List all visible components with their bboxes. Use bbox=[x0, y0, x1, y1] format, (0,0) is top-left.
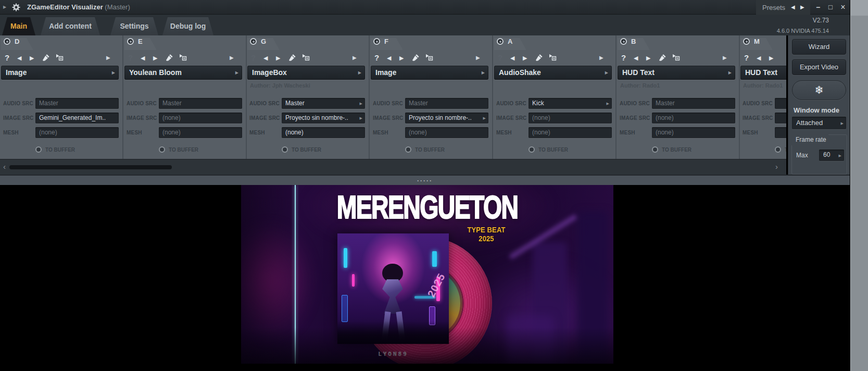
prev-effect-button[interactable]: ◀ bbox=[17, 55, 21, 61]
scroll-left-button[interactable]: ‹ bbox=[3, 162, 6, 171]
audio-src-field[interactable]: Kick▶ bbox=[529, 98, 612, 109]
help-button[interactable]: ? bbox=[128, 53, 133, 62]
export-video-button[interactable]: Export Video bbox=[792, 59, 846, 75]
tab-main[interactable]: Main bbox=[2, 17, 35, 35]
expand-column-button[interactable]: ▶ bbox=[599, 55, 603, 60]
prev-effect-button[interactable]: ◀ bbox=[757, 55, 761, 61]
image-src-field[interactable]: Proyecto sin nombre-..▶ bbox=[282, 113, 365, 123]
layer-enable-led[interactable] bbox=[497, 38, 504, 45]
next-effect-button[interactable]: ▶ bbox=[399, 55, 404, 61]
image-src-field[interactable]: (none) bbox=[529, 113, 612, 123]
to-buffer-radio-icon[interactable] bbox=[405, 146, 411, 153]
tab-add-content[interactable]: Add content bbox=[41, 17, 100, 35]
assign-preset-icon[interactable] bbox=[425, 54, 433, 61]
image-src-field[interactable]: Proyecto sin nombre-..▶ bbox=[405, 113, 488, 123]
mesh-field[interactable]: (none) bbox=[405, 127, 488, 138]
to-buffer-radio-icon[interactable] bbox=[159, 146, 165, 153]
mesh-field[interactable] bbox=[775, 127, 786, 138]
scrollbar-thumb[interactable] bbox=[9, 165, 172, 169]
assign-preset-icon[interactable] bbox=[55, 54, 64, 61]
help-button[interactable]: ? bbox=[374, 53, 379, 62]
next-effect-button[interactable]: ▶ bbox=[276, 55, 280, 61]
video-canvas[interactable]: 2025 MERENGUETON TYPE BEAT 2025 LYON89 bbox=[241, 185, 613, 364]
prev-effect-button[interactable]: ◀ bbox=[387, 55, 391, 61]
mesh-field[interactable]: (none) bbox=[529, 127, 612, 138]
next-effect-button[interactable]: ▶ bbox=[523, 55, 527, 61]
image-src-field[interactable]: (none) bbox=[652, 113, 735, 123]
help-button[interactable]: ? bbox=[5, 53, 9, 62]
effect-selector-dropdown[interactable]: Image ▶ bbox=[371, 66, 488, 80]
mesh-field[interactable]: (none) bbox=[652, 127, 735, 138]
paint-brush-icon[interactable] bbox=[411, 53, 420, 62]
effect-selector-dropdown[interactable]: ImageBox ▶ bbox=[247, 66, 365, 80]
audio-src-field[interactable]: Master bbox=[405, 98, 488, 109]
prev-effect-button[interactable]: ◀ bbox=[263, 55, 268, 61]
to-buffer-radio-icon[interactable] bbox=[652, 146, 658, 153]
to-buffer-radio-icon[interactable] bbox=[775, 146, 781, 153]
effect-selector-dropdown[interactable]: Youlean Bloom ▶ bbox=[124, 66, 242, 80]
tab-debug-log[interactable]: Debug log bbox=[162, 17, 213, 35]
presets-prev-button[interactable]: ◀ bbox=[791, 4, 795, 10]
next-effect-button[interactable]: ▶ bbox=[769, 55, 773, 61]
expand-column-button[interactable]: ▶ bbox=[476, 55, 480, 60]
expand-column-button[interactable]: ▶ bbox=[106, 55, 110, 60]
help-button[interactable]: ? bbox=[744, 53, 749, 62]
paint-brush-icon[interactable] bbox=[535, 53, 544, 62]
to-buffer-radio-icon[interactable] bbox=[35, 146, 42, 153]
to-buffer-radio-icon[interactable] bbox=[529, 146, 535, 153]
minimize-button[interactable]: − bbox=[812, 0, 824, 15]
prev-effect-button[interactable]: ◀ bbox=[141, 55, 145, 61]
paint-brush-icon[interactable] bbox=[658, 53, 667, 62]
effect-selector-dropdown[interactable]: Image ▶ bbox=[1, 66, 119, 80]
prev-effect-button[interactable]: ◀ bbox=[510, 55, 514, 61]
expand-column-button[interactable]: ▶ bbox=[230, 55, 234, 60]
audio-src-field[interactable]: Master▶ bbox=[282, 98, 365, 109]
layer-enable-led[interactable] bbox=[373, 38, 380, 45]
assign-preset-icon[interactable] bbox=[301, 54, 310, 61]
audio-src-field[interactable] bbox=[775, 98, 786, 109]
effect-selector-dropdown[interactable]: HUD Text bbox=[740, 66, 786, 80]
close-button[interactable]: × bbox=[837, 0, 849, 15]
wizard-button[interactable]: Wizard bbox=[792, 39, 846, 55]
audio-src-field[interactable]: Master bbox=[652, 98, 735, 109]
collapse-arrow-icon[interactable]: ▶ bbox=[3, 5, 6, 9]
scroll-right-button[interactable]: › bbox=[775, 162, 778, 171]
image-src-field[interactable]: Gemini_Generated_Im.. bbox=[35, 113, 119, 123]
paint-brush-icon[interactable] bbox=[288, 53, 297, 62]
window-mode-dropdown[interactable]: Attached ▶ bbox=[792, 117, 846, 129]
next-effect-button[interactable]: ▶ bbox=[646, 55, 650, 61]
image-src-field[interactable]: (none) bbox=[159, 113, 242, 123]
layer-enable-led[interactable] bbox=[4, 38, 10, 45]
paint-brush-icon[interactable] bbox=[165, 53, 174, 62]
layer-enable-led[interactable] bbox=[250, 38, 257, 45]
freeze-button[interactable]: ❄ bbox=[792, 80, 846, 100]
to-buffer-radio-icon[interactable] bbox=[282, 146, 288, 153]
mesh-field[interactable]: (none) bbox=[35, 127, 119, 138]
effect-selector-dropdown[interactable]: HUD Text ▶ bbox=[618, 66, 735, 80]
maximize-button[interactable]: □ bbox=[825, 0, 836, 15]
presets-next-button[interactable]: ▶ bbox=[800, 4, 804, 10]
assign-preset-icon[interactable] bbox=[548, 54, 557, 61]
max-framerate-field[interactable]: 60 ▶ bbox=[819, 150, 844, 161]
next-effect-button[interactable]: ▶ bbox=[153, 55, 157, 61]
gear-icon[interactable] bbox=[12, 3, 20, 11]
tab-settings[interactable]: Settings bbox=[110, 17, 158, 35]
layer-enable-led[interactable] bbox=[620, 38, 627, 45]
effect-selector-dropdown[interactable]: AudioShake ▶ bbox=[494, 66, 612, 80]
help-button[interactable]: ? bbox=[621, 53, 626, 62]
assign-preset-icon[interactable] bbox=[672, 54, 680, 61]
layer-enable-led[interactable] bbox=[743, 38, 750, 45]
expand-column-button[interactable]: ▶ bbox=[723, 55, 727, 60]
assign-preset-icon[interactable] bbox=[179, 54, 187, 61]
layer-enable-led[interactable] bbox=[127, 38, 134, 45]
audio-src-field[interactable]: Master bbox=[159, 98, 242, 109]
audio-src-field[interactable]: Master bbox=[35, 98, 119, 109]
image-src-field[interactable] bbox=[775, 113, 786, 123]
expand-column-button[interactable]: ▶ bbox=[353, 55, 357, 60]
mesh-field[interactable]: (none) bbox=[282, 127, 365, 138]
help-button[interactable]: ? bbox=[251, 53, 256, 62]
mesh-field[interactable]: (none) bbox=[159, 127, 242, 138]
prev-effect-button[interactable]: ◀ bbox=[634, 55, 638, 61]
resize-handle-dots[interactable]: ····· bbox=[417, 177, 433, 184]
help-button[interactable]: ? bbox=[498, 53, 502, 62]
